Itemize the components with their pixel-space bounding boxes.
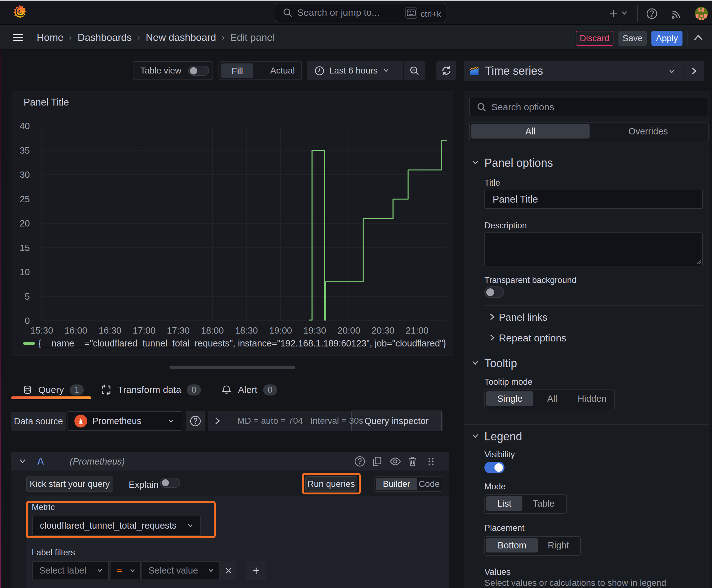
svg-text:18:30: 18:30: [235, 326, 258, 335]
svg-text:21:00: 21:00: [406, 326, 429, 335]
svg-text:17:00: 17:00: [133, 326, 156, 335]
svg-text:16:00: 16:00: [64, 326, 87, 335]
svg-text:20:30: 20:30: [372, 326, 395, 335]
svg-text:19:30: 19:30: [303, 326, 326, 335]
svg-text:15: 15: [20, 243, 30, 253]
svg-text:10: 10: [20, 267, 30, 277]
svg-text:{__name__="cloudflared_tunnel_: {__name__="cloudflared_tunnel_total_requ…: [38, 338, 447, 348]
svg-text:20: 20: [20, 218, 30, 228]
svg-text:17:30: 17:30: [167, 326, 190, 335]
svg-text:15:30: 15:30: [30, 326, 53, 335]
svg-text:0: 0: [25, 316, 30, 326]
svg-text:25: 25: [20, 194, 30, 204]
svg-text:16:30: 16:30: [99, 326, 122, 335]
svg-text:19:00: 19:00: [269, 326, 292, 335]
svg-text:5: 5: [25, 292, 30, 301]
svg-text:30: 30: [20, 170, 30, 180]
svg-text:18:00: 18:00: [201, 326, 224, 335]
svg-text:40: 40: [20, 121, 30, 131]
svg-text:35: 35: [20, 145, 30, 155]
svg-text:20:00: 20:00: [338, 326, 360, 335]
